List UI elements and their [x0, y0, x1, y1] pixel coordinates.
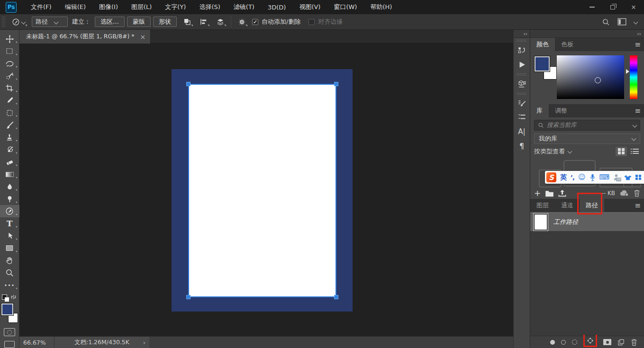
add-mask-button[interactable]	[603, 339, 611, 345]
new-path-button[interactable]	[617, 339, 625, 346]
menu-filter[interactable]: 滤镜(T)	[227, 0, 261, 14]
list-view-button[interactable]	[629, 147, 640, 156]
menu-image[interactable]: 图像(I)	[92, 0, 125, 14]
eyedropper-tool[interactable]	[0, 94, 19, 107]
menu-window[interactable]: 窗口(W)	[327, 0, 363, 14]
align-edges-checkbox[interactable]	[308, 19, 315, 25]
brushes-panel-button[interactable]	[514, 110, 530, 125]
menu-type[interactable]: 文字(Y)	[158, 0, 192, 14]
color-cursor[interactable]	[595, 77, 601, 83]
tab-libraries[interactable]: 库	[530, 104, 549, 117]
minimize-button[interactable]	[581, 0, 602, 14]
document-info[interactable]: 文档:1.26M/430.5K ›	[54, 337, 149, 348]
path-anchor-bottom-left[interactable]	[187, 295, 190, 299]
menu-help[interactable]: 帮助(H)	[363, 0, 399, 14]
crop-tool[interactable]	[0, 82, 19, 94]
tab-adjustments[interactable]: 调整	[549, 104, 573, 117]
canvas-viewport[interactable]	[19, 44, 513, 336]
ime-language-toggle[interactable]: 英	[560, 173, 567, 182]
make-mask-button[interactable]: 蒙版	[127, 17, 151, 27]
cloud-sync-icon[interactable]	[619, 190, 629, 196]
ime-toolbox-icon[interactable]	[635, 175, 641, 180]
status-chevron-icon[interactable]: ›	[143, 339, 145, 346]
character-panel-button[interactable]: A|	[514, 125, 530, 139]
tab-layers[interactable]: 图层	[530, 199, 555, 212]
tool-mode-select[interactable]: 路径	[32, 17, 68, 27]
skin-account-icon[interactable]: 20	[613, 174, 620, 181]
spot-healing-brush-tool[interactable]	[0, 107, 19, 119]
keyboard-icon[interactable]: ⌨	[599, 174, 610, 181]
hue-slider-bar[interactable]	[630, 55, 637, 99]
tab-close-icon[interactable]: ×	[140, 33, 146, 41]
path-selection-tool[interactable]	[0, 230, 19, 242]
path-thumbnail[interactable]	[534, 214, 547, 230]
folder-icon[interactable]	[545, 190, 554, 197]
marquee-tool[interactable]	[0, 45, 19, 57]
menu-file[interactable]: 文件(F)	[24, 0, 58, 14]
stroke-path-button[interactable]	[561, 340, 566, 345]
menu-edit[interactable]: 编辑(E)	[58, 0, 92, 14]
path-anchor-bottom-right[interactable]	[335, 295, 338, 299]
screen-mode-button[interactable]	[4, 341, 15, 348]
fill-path-button[interactable]	[550, 340, 555, 345]
brush-settings-panel-button[interactable]	[514, 96, 530, 110]
restore-button[interactable]	[602, 0, 623, 14]
load-path-as-selection-button[interactable]	[572, 339, 577, 345]
trash-icon[interactable]	[634, 189, 640, 197]
clone-stamp-tool[interactable]	[0, 131, 19, 143]
work-path-row[interactable]: 工作路径	[530, 212, 644, 231]
library-search-input[interactable]: 搜索当前库	[534, 120, 640, 131]
make-selection-button[interactable]: 选区…	[95, 17, 125, 27]
zoom-level-field[interactable]: 66.67%	[19, 337, 54, 348]
emoji-icon[interactable]: ☺	[578, 174, 586, 181]
foreground-color-swatch[interactable]	[535, 56, 550, 71]
history-panel-button[interactable]	[514, 43, 530, 57]
white-rectangle-path[interactable]	[188, 84, 336, 297]
quick-selection-tool[interactable]	[0, 70, 19, 82]
foreground-color-swatch[interactable]	[1, 303, 13, 315]
expand-panels-button[interactable]: ‹‹	[514, 30, 530, 38]
document-canvas[interactable]	[172, 69, 353, 312]
move-tool[interactable]	[0, 33, 19, 45]
search-icon[interactable]	[602, 18, 610, 26]
path-anchor-top-right[interactable]	[335, 82, 338, 86]
edit-toolbar-button[interactable]: •••	[0, 279, 19, 291]
upload-icon[interactable]	[558, 189, 566, 197]
close-button[interactable]: ✕	[623, 0, 644, 14]
swap-colors-icon[interactable]	[10, 294, 17, 300]
rectangle-tool[interactable]	[0, 242, 19, 254]
pen-tool[interactable]	[0, 205, 19, 217]
menu-view[interactable]: 视图(V)	[292, 0, 327, 14]
saturation-brightness-field[interactable]	[557, 55, 624, 99]
path-arrangement-button[interactable]	[214, 16, 227, 27]
path-anchor-top-left[interactable]	[187, 82, 190, 86]
workspace-switcher-icon[interactable]	[617, 18, 626, 26]
microphone-icon[interactable]	[590, 174, 596, 181]
path-alignment-button[interactable]	[198, 16, 210, 27]
brush-tool[interactable]	[0, 119, 19, 131]
eraser-tool[interactable]	[0, 156, 19, 168]
menu-layer[interactable]: 图层(L)	[125, 0, 158, 14]
tab-channels[interactable]: 通道	[555, 199, 580, 212]
zoom-tool[interactable]	[0, 267, 19, 279]
paths-panel-empty-body[interactable]	[530, 231, 644, 336]
chevron-down-icon[interactable]	[633, 123, 637, 128]
paragraph-panel-button[interactable]: ¶	[514, 139, 530, 153]
tab-swatches[interactable]: 色板	[555, 38, 580, 51]
menu-3d[interactable]: 3D(D)	[261, 0, 292, 14]
blur-tool[interactable]	[0, 180, 19, 193]
make-work-path-button[interactable]	[587, 337, 594, 344]
tshirt-skin-icon[interactable]	[624, 174, 632, 181]
pen-tool-preset-button[interactable]	[9, 16, 27, 27]
view-by-dropdown[interactable]: 按类型查看	[534, 147, 571, 156]
make-shape-button[interactable]: 形状	[153, 17, 177, 27]
menu-select[interactable]: 选择(S)	[192, 0, 227, 14]
collapse-panels-button[interactable]: ››	[530, 30, 644, 38]
add-content-button[interactable]: +	[534, 189, 541, 197]
sogou-logo[interactable]: S	[546, 172, 556, 182]
history-brush-tool[interactable]	[0, 143, 19, 156]
library-select[interactable]: 我的库	[534, 134, 640, 144]
actions-panel-button[interactable]	[514, 57, 530, 71]
hue-slider-handle[interactable]	[626, 69, 629, 74]
grid-view-button[interactable]	[616, 147, 627, 156]
